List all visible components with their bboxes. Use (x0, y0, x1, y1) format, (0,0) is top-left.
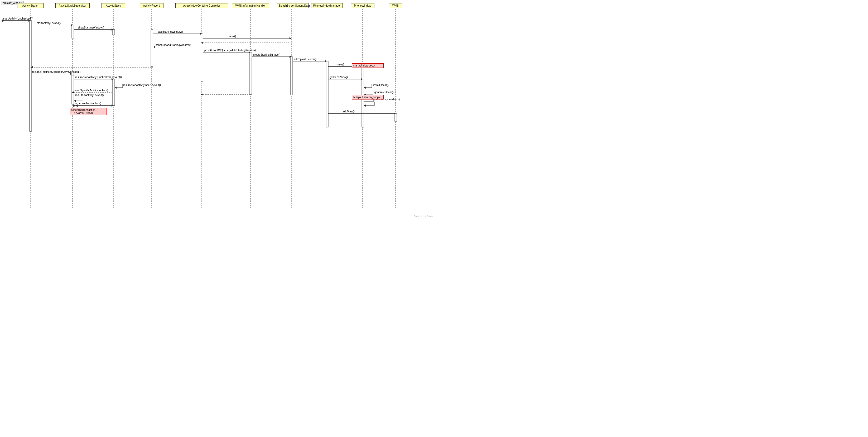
svg-marker-68 (364, 105, 366, 107)
svg-marker-93 (72, 91, 74, 93)
svg-marker-32 (201, 42, 203, 44)
svg-marker-20 (112, 29, 114, 31)
svg-rect-43 (290, 57, 293, 95)
svg-marker-75 (201, 93, 203, 95)
svg-text:resumeFocusedStackTopActivityL: resumeFocusedStackTopActivityLocked() (32, 70, 81, 74)
svg-marker-90 (115, 87, 117, 89)
svg-rect-78 (72, 71, 74, 75)
svg-marker-29 (289, 37, 291, 39)
lifeline-ActivityStack: ActivityStack (101, 3, 125, 8)
lifeline-ActivityStarter: ActivityStarter (17, 3, 43, 8)
svg-text:scheduleTransaction(): scheduleTransaction() (75, 102, 101, 105)
note-scheduleTransaction: scheduleTransaction---> ActivityThread (70, 108, 107, 115)
svg-rect-39 (250, 52, 252, 94)
svg-point-101 (76, 105, 78, 107)
svg-text:addSplashScreen(): addSplashScreen() (294, 58, 317, 61)
svg-marker-12 (29, 20, 31, 22)
svg-text:generateDecor(): generateDecor() (374, 91, 394, 94)
svg-rect-23 (151, 30, 153, 66)
svg-marker-103 (112, 105, 114, 107)
note-rlayout-screen-simple: R.layout.screen_simple (352, 95, 384, 99)
svg-marker-45 (325, 60, 327, 62)
svg-marker-98 (74, 100, 76, 102)
sequence-arrows: startActivity(Unchecked()) startActivity… (0, 0, 434, 218)
svg-marker-37 (249, 51, 251, 53)
svg-rect-18 (72, 25, 74, 38)
svg-text:resumeTopActivityInnerLocked(): resumeTopActivityInnerLocked() (123, 84, 161, 87)
lifeline-ActivityRecord: ActivityRecord (140, 3, 163, 8)
lifeline-ActivityStackSupervisor: ActivityStackSupervisor (55, 3, 90, 8)
svg-text:postAtFrontOfQueue(mAddStartin: postAtFrontOfQueue(mAddStartingWindow) (204, 49, 256, 52)
svg-text:installDecor(): installDecor() (373, 84, 389, 87)
svg-marker-77 (31, 66, 33, 68)
svg-marker-71 (394, 112, 396, 115)
svg-marker-34 (153, 46, 155, 48)
svg-text:showStartingWindow(): showStartingWindow() (78, 26, 104, 29)
svg-point-100 (73, 105, 75, 107)
svg-marker-15 (71, 24, 73, 26)
svg-text:getDecorView(): getDecorView() (330, 76, 348, 79)
svg-marker-41 (289, 56, 291, 58)
lifeline-PhoneWindow: PhoneWindow (351, 3, 374, 8)
lifeline-WMS: WMS (389, 3, 402, 8)
svg-marker-25 (200, 33, 202, 35)
svg-rect-22 (113, 30, 115, 35)
note-start-window-decor: start window decor (352, 63, 384, 68)
svg-text:new(): new() (338, 63, 344, 66)
svg-text:scheduleAddStartingWindow(): scheduleAddStartingWindow() (156, 43, 191, 47)
watermark: Powered by Astah (414, 215, 433, 217)
lifeline-SplashScreenStartingData: SplashScreenStartingData (277, 3, 309, 8)
svg-text:createStartingSurface(): createStartingSurface() (253, 53, 280, 56)
svg-text:new(): new() (229, 35, 236, 38)
diagram-container: sd start_window startActivity(Unchecked(… (0, 0, 434, 218)
svg-text:startActivityLocked(): startActivityLocked() (37, 22, 61, 25)
svg-marker-58 (364, 87, 366, 89)
svg-rect-86 (113, 79, 115, 106)
lifeline-AppWindowContainerController: AppWindowContainerController (175, 3, 228, 8)
svg-rect-82 (72, 75, 74, 104)
svg-rect-17 (30, 21, 32, 132)
lifeline-PhoneWindowManager: PhoneWindowManager (311, 3, 343, 8)
svg-rect-47 (326, 61, 328, 127)
svg-text:startSpecificActivityLocked(): startSpecificActivityLocked() (75, 89, 108, 92)
svg-rect-73 (395, 114, 397, 121)
svg-text:startActivity(Unchecked()): startActivity(Unchecked()) (3, 17, 33, 20)
svg-text:addView(): addView() (343, 110, 354, 113)
svg-marker-84 (112, 78, 114, 80)
svg-point-10 (2, 20, 4, 22)
svg-text:resumeTopActivity(UncheckedLoc: resumeTopActivity(UncheckedLocked()) (75, 76, 122, 79)
svg-text:addStartingWindow(): addStartingWindow() (158, 30, 183, 33)
svg-marker-80 (70, 73, 72, 75)
svg-rect-27 (201, 34, 203, 81)
lifeline-WMSmAnimationHandler: WMS mAnimationHandler (232, 3, 269, 8)
svg-marker-53 (361, 78, 363, 80)
svg-text:realStartActivityLocked(): realStartActivityLocked() (75, 94, 104, 96)
